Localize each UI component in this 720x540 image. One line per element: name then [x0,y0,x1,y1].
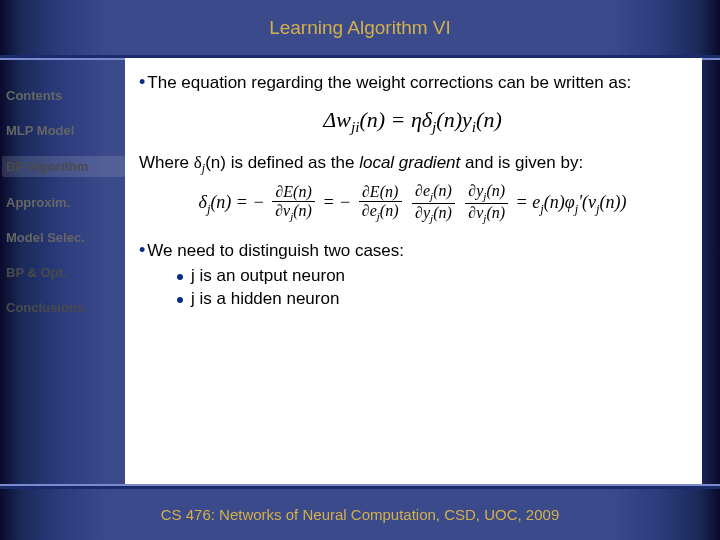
slide: Learning Algorithm VI Contents MLP Model… [0,0,720,540]
footer: CS 476: Networks of Neural Computation, … [0,486,720,540]
sidebar: Contents MLP Model BP Algorithm Approxim… [0,58,125,486]
bullet-2-text: We need to distinguish two cases: [147,240,404,263]
bullet-2: • We need to distinguish two cases: [139,240,686,263]
para2-pre: Where [139,153,194,172]
paragraph-local-gradient: Where δj(n) is defined as the local grad… [139,152,686,176]
sidebar-item-bp-opt[interactable]: BP & Opt. [6,263,125,282]
equation-1: Δwji(n) = ηδj(n)yi(n) [139,105,686,138]
bullet-1: • The equation regarding the weight corr… [139,72,686,95]
footer-text: CS 476: Networks of Neural Computation, … [161,506,560,523]
sidebar-item-bp-algorithm[interactable]: BP Algorithm [2,156,125,177]
sidebar-item-model-selec[interactable]: Model Selec. [6,228,125,247]
sidebar-item-contents[interactable]: Contents [6,86,125,105]
bullet-icon [177,274,183,280]
bullet-icon: • [139,240,145,263]
sub-bullet-1: j is an output neuron [177,265,686,288]
sub-bullet-1-text: j is an output neuron [191,265,345,288]
bullet-1-text: The equation regarding the weight correc… [147,72,631,95]
para2-italic: local gradient [359,153,460,172]
slide-title: Learning Algorithm VI [269,17,451,39]
content-area: • The equation regarding the weight corr… [125,58,702,486]
para2-mid: (n) is defined as the [205,153,359,172]
para2-post: and is given by: [460,153,583,172]
title-bar: Learning Algorithm VI [0,0,720,58]
bullet-icon: • [139,72,145,95]
sub-bullet-list: j is an output neuron j is a hidden neur… [177,265,686,311]
equation-2: δj(n) = − ∂E(n)∂vj(n) = − ∂E(n)∂ej(n) ∂e… [139,183,686,225]
para2-delta: δ [194,153,202,172]
sidebar-item-approxim[interactable]: Approxim. [6,193,125,212]
body-row: Contents MLP Model BP Algorithm Approxim… [0,58,720,486]
sub-bullet-2-text: j is a hidden neuron [191,288,339,311]
sub-bullet-2: j is a hidden neuron [177,288,686,311]
bullet-icon [177,297,183,303]
sidebar-item-mlp-model[interactable]: MLP Model [6,121,125,140]
sidebar-item-conclusions[interactable]: Conclusions [6,298,125,317]
